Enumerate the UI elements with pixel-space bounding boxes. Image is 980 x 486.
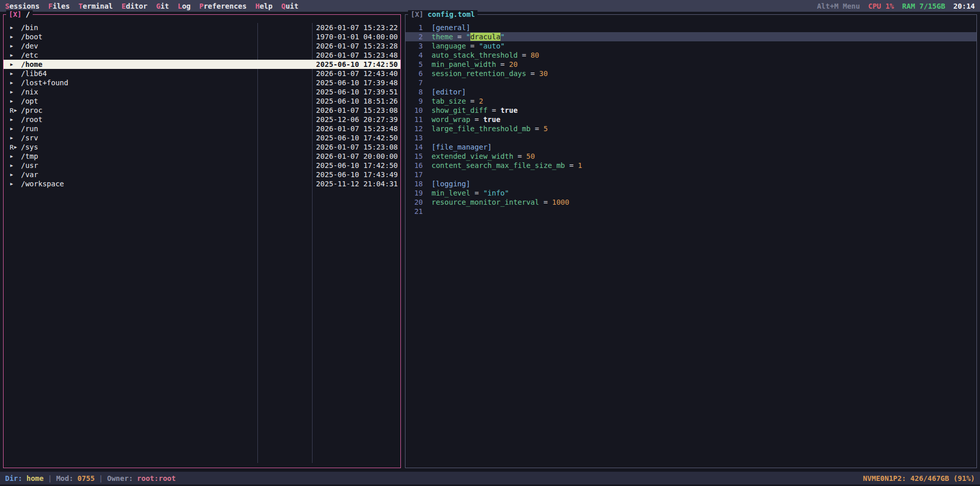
file-row[interactable]: ▶/usr2025-06-10 17:42:50: [4, 161, 400, 170]
editor-line[interactable]: 9tab_size = 2: [405, 96, 976, 106]
line-number: 17: [405, 171, 423, 179]
file-row[interactable]: ▶/opt2025-06-10 18:51:26: [4, 96, 400, 106]
token-bool: true: [500, 106, 518, 114]
file-row[interactable]: ▶/bin2026-01-07 15:23:22: [4, 23, 400, 32]
editor-line[interactable]: 16content_search_max_file_size_mb = 1: [405, 161, 976, 170]
token-key: large_file_threshold_mb: [432, 125, 531, 133]
mod-label: Mod:: [56, 474, 74, 482]
file-row[interactable]: ▶/root2025-12-06 20:27:39: [4, 115, 400, 124]
menu-item-help[interactable]: Help: [255, 2, 273, 10]
file-row[interactable]: ▶/tmp2026-01-07 20:00:00: [4, 152, 400, 161]
line-number: 7: [405, 79, 423, 87]
editor-line[interactable]: 10show_git_diff = true: [405, 106, 976, 115]
token-key: min_level: [432, 189, 470, 197]
menu-item-editor[interactable]: Editor: [122, 2, 148, 10]
row-gutter: ▶: [10, 117, 21, 122]
ram-indicator: RAM 7/15GB: [902, 2, 945, 10]
file-row[interactable]: ▶/run2026-01-07 15:23:48: [4, 124, 400, 133]
menu-item-git[interactable]: Git: [156, 2, 169, 10]
dir-name: /etc: [21, 51, 38, 59]
file-row[interactable]: R▶/sys2026-01-07 15:23:08: [4, 142, 400, 152]
menu-item-label: uit: [285, 2, 298, 10]
editor-line[interactable]: 11word_wrap = true: [405, 115, 976, 124]
token-number: 2: [479, 97, 483, 105]
file-row[interactable]: ▶/lost+found2025-06-10 17:39:48: [4, 78, 400, 87]
modified-time: 2026-01-07 15:23:48: [316, 125, 398, 133]
dir-value: home: [27, 474, 44, 482]
row-gutter: R▶: [10, 143, 21, 151]
modified-time: 2026-01-07 15:23:48: [316, 51, 398, 59]
editor-line[interactable]: 3language = "auto": [405, 41, 976, 51]
status-bar: Dir: home | Mod: 0755 | Owner: root:root…: [0, 472, 980, 484]
token-section: [file_manager]: [432, 143, 492, 151]
code-text: large_file_threshold_mb = 5: [432, 125, 548, 133]
editor-line[interactable]: 13: [405, 133, 976, 142]
file-row[interactable]: ▶/srv2025-06-10 17:42:50: [4, 133, 400, 142]
editor-line[interactable]: 1[general]: [405, 23, 976, 32]
menu-item-terminal[interactable]: Terminal: [79, 2, 113, 10]
editor-line[interactable]: 15extended_view_width = 50: [405, 152, 976, 161]
token-string: ": [500, 33, 505, 41]
dir-name: /srv: [21, 134, 38, 142]
token-key: word_wrap: [432, 115, 470, 124]
modified-time: 2026-01-07 15:23:22: [316, 23, 398, 32]
token-key: tab_size: [432, 97, 466, 105]
file-row[interactable]: ▶/nix2025-06-10 17:39:51: [4, 87, 400, 96]
editor-line[interactable]: 14[file_manager]: [405, 142, 976, 152]
editor-line[interactable]: 6session_retention_days = 30: [405, 69, 976, 78]
modified-time: 2025-06-10 18:51:26: [316, 97, 398, 105]
code-text: [file_manager]: [432, 143, 492, 151]
file-row[interactable]: R▶/proc2026-01-07 15:23:08: [4, 106, 400, 115]
editor-line[interactable]: 18[logging]: [405, 179, 976, 188]
editor-line[interactable]: 7: [405, 78, 976, 87]
editor-line[interactable]: 19min_level = "info": [405, 188, 976, 198]
editor-content[interactable]: 1[general]2theme = "dracula"3language = …: [405, 15, 976, 216]
file-row[interactable]: ▶/var2025-06-10 17:43:49: [4, 170, 400, 179]
menu-item-preferences[interactable]: Preferences: [199, 2, 247, 10]
editor-panel-close-button[interactable]: [X]: [411, 10, 423, 19]
dir-label: Dir:: [5, 474, 22, 482]
editor-panel: [X] config.toml 1[general]2theme = "drac…: [405, 14, 977, 468]
expand-arrow-icon: ▶: [14, 145, 17, 150]
disk-usage: NVME0N1P2: 426/467GB (91%): [863, 474, 975, 482]
expand-arrow-icon: ▶: [10, 154, 13, 159]
editor-line[interactable]: 21: [405, 207, 976, 216]
editor-line[interactable]: 20resource_monitor_interval = 1000: [405, 198, 976, 207]
menu-item-label: it: [160, 2, 169, 10]
row-gutter: ▶: [10, 44, 21, 48]
file-row[interactable]: ▶/home2025-06-10 17:42:50: [4, 60, 400, 69]
code-text: min_level = "info": [432, 189, 509, 197]
token-selection: dracula: [470, 33, 500, 41]
dir-name: /home: [21, 60, 42, 68]
menu-item-log[interactable]: Log: [178, 2, 190, 10]
editor-line[interactable]: 12large_file_threshold_mb = 5: [405, 124, 976, 133]
editor-line[interactable]: 8[editor]: [405, 87, 976, 96]
menu-item-files[interactable]: Files: [48, 2, 69, 10]
token-string: ": [466, 33, 470, 41]
file-row[interactable]: ▶/dev2026-01-07 15:23:28: [4, 41, 400, 51]
dir-name: /workspace: [21, 180, 64, 188]
readonly-flag: R: [10, 107, 14, 114]
file-panel-close-button[interactable]: [X]: [9, 10, 21, 19]
file-panel-path: /: [26, 10, 30, 19]
file-row[interactable]: ▶/etc2026-01-07 15:23:48: [4, 51, 400, 60]
token-bool: true: [483, 115, 500, 124]
menu-item-sessions[interactable]: Sessions: [5, 2, 39, 10]
token-key: language: [432, 42, 466, 50]
file-row[interactable]: ▶/workspace2025-11-12 21:04:31: [4, 179, 400, 188]
dir-name: /lost+found: [21, 79, 68, 87]
line-number: 16: [405, 161, 423, 169]
editor-line[interactable]: 2theme = "dracula": [405, 32, 976, 41]
line-number: 21: [405, 207, 423, 215]
file-row[interactable]: ▶/boot1970-01-01 04:00:00: [4, 32, 400, 41]
editor-line[interactable]: 4auto_stack_threshold = 80: [405, 51, 976, 60]
editor-line[interactable]: 17: [405, 170, 976, 179]
token-key: show_git_diff: [432, 106, 488, 114]
editor-line[interactable]: 5min_panel_width = 20: [405, 60, 976, 69]
row-gutter: ▶: [10, 136, 21, 140]
file-row[interactable]: ▶/lib642026-01-07 12:43:40: [4, 69, 400, 78]
token-op: =: [513, 152, 526, 160]
token-op: =: [526, 69, 539, 78]
line-number: 18: [405, 180, 423, 188]
menu-item-quit[interactable]: Quit: [281, 2, 299, 10]
